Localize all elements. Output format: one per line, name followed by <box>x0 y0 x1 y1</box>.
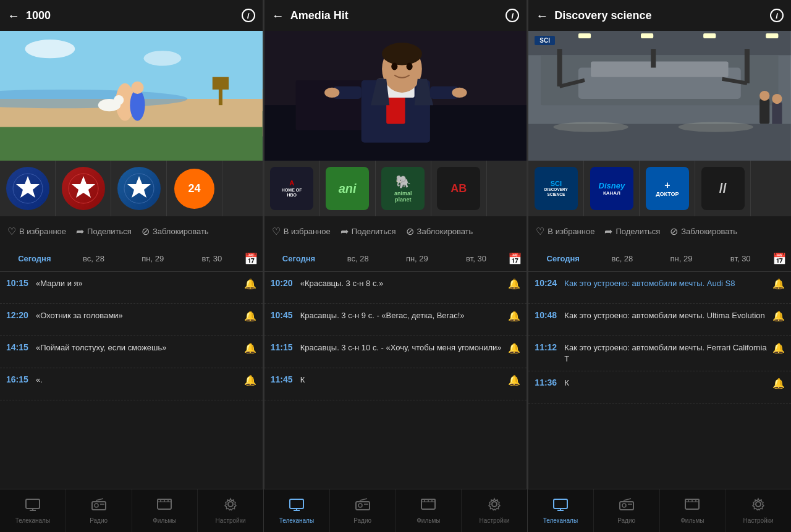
panel1-share-button[interactable]: ➦ Поделиться <box>76 226 132 237</box>
panel1-tab-today[interactable]: Сегодня <box>5 251 64 266</box>
panel3-video-preview[interactable]: SCI <box>528 31 791 161</box>
schedule-bell-button[interactable]: 🔔 <box>508 374 520 386</box>
channel-logo-disney[interactable]: Disney КАНАЛ <box>584 161 640 216</box>
svg-point-61 <box>95 504 98 507</box>
schedule-bell-button[interactable]: 🔔 <box>772 278 785 290</box>
radio-icon <box>91 497 107 515</box>
panel1-tab-mon[interactable]: пн, 29 <box>123 251 182 266</box>
panel3-tab-sun[interactable]: вс, 28 <box>593 251 652 266</box>
panel1-calendar-button[interactable]: 📅 <box>244 252 258 266</box>
schedule-bell-button[interactable]: 🔔 <box>508 310 520 322</box>
svg-point-27 <box>382 43 422 65</box>
panel2-block-label: Заблокировать <box>417 227 473 236</box>
nav-settings-2[interactable]: Настройки <box>462 489 527 532</box>
nav-radio-3[interactable]: Радио <box>594 489 660 532</box>
nav-settings-3[interactable]: Настройки <box>725 489 791 532</box>
nav-radio-label-3: Радио <box>617 517 635 524</box>
share-icon: ➦ <box>604 226 612 237</box>
svg-rect-83 <box>554 499 567 509</box>
schedule-bell-button[interactable]: 🔔 <box>244 310 256 322</box>
svg-rect-7 <box>213 77 229 90</box>
nav-tv-3[interactable]: Телеканалы <box>528 489 594 532</box>
nav-movies-2[interactable]: Фильмы <box>396 489 462 532</box>
panel3-block-button[interactable]: ⊘ Заблокировать <box>670 226 737 237</box>
svg-point-47 <box>759 91 769 101</box>
schedule-bell-button[interactable]: 🔔 <box>244 278 256 290</box>
schedule-bell-button[interactable]: 🔔 <box>772 310 785 322</box>
channel-logo-doctor[interactable]: + ДОКТОР <box>640 161 695 216</box>
panel2-video-preview[interactable]: 12● <box>264 31 527 161</box>
panel3-calendar-button[interactable]: 📅 <box>772 252 786 266</box>
panel-tv1000: ← 1000 i ★TV1000 <box>0 0 263 489</box>
channel-logo-slash[interactable]: // <box>695 161 751 216</box>
panel2-back-button[interactable]: ← <box>272 9 284 23</box>
schedule-bell-button[interactable]: 🔔 <box>508 342 520 354</box>
panel2-tab-mon[interactable]: пн, 29 <box>387 251 447 266</box>
panel1-schedule-tabs: Сегодня вс, 28 пн, 29 вт, 30 📅 <box>0 246 263 272</box>
schedule-time: 11:12 <box>535 342 560 352</box>
channel-logo-viasat-blue2[interactable] <box>111 161 167 216</box>
nav-tv-2[interactable]: Телеканалы <box>264 489 330 532</box>
panel2-tab-today[interactable]: Сегодня <box>269 251 329 266</box>
panel2-calendar-button[interactable]: 📅 <box>508 252 522 266</box>
panel2-favorite-button[interactable]: ♡ В избранное <box>272 226 331 237</box>
panel3-tab-mon[interactable]: пн, 29 <box>652 251 711 266</box>
channel-logo-viasat-blue[interactable] <box>0 161 56 216</box>
panel2-tab-tue[interactable]: вт, 30 <box>447 251 506 266</box>
schedule-bell-button[interactable]: 🔔 <box>772 342 785 354</box>
block-icon: ⊘ <box>406 226 414 237</box>
svg-rect-5 <box>0 127 263 161</box>
heart-icon: ♡ <box>7 226 16 237</box>
nav-section-2: Телеканалы Радио Фильмы Настройки <box>264 489 527 532</box>
panel3-title: Discovery science <box>554 9 770 22</box>
svg-point-49 <box>772 94 782 104</box>
panel2-block-button[interactable]: ⊘ Заблокировать <box>406 226 473 237</box>
nav-radio-1[interactable]: Радио <box>66 489 132 532</box>
channel-logo-24[interactable]: 24 <box>167 161 222 216</box>
panel1-tab-sun[interactable]: вс, 28 <box>64 251 124 266</box>
panel2-share-button[interactable]: ➦ Поделиться <box>341 226 396 237</box>
panel3-tab-tue[interactable]: вт, 30 <box>711 251 770 266</box>
nav-tv-1[interactable]: Телеканалы <box>0 489 66 532</box>
schedule-bell-button[interactable]: 🔔 <box>772 378 785 389</box>
svg-rect-55 <box>703 33 716 38</box>
schedule-bell-button[interactable]: 🔔 <box>244 342 256 354</box>
schedule-item: 10:24 Как это устроено: автомобили мечты… <box>528 272 791 304</box>
panel3-share-button[interactable]: ➦ Поделиться <box>604 226 660 237</box>
bottom-navigation: Телеканалы Радио Фильмы Настройки <box>0 489 791 532</box>
channel-logo-hbo[interactable]: A HOME OFHBO <box>264 161 320 216</box>
nav-radio-label-1: Радио <box>90 517 108 524</box>
nav-radio-2[interactable]: Радио <box>330 489 396 532</box>
panel3-back-button[interactable]: ← <box>536 9 548 23</box>
channel-logo-sci[interactable]: SCI DISCOVERYSCIENCE <box>528 161 584 216</box>
svg-rect-46 <box>759 99 769 124</box>
panel3-tab-today[interactable]: Сегодня <box>533 251 593 266</box>
panel1-favorite-label: В избранное <box>19 227 66 236</box>
nav-movies-1[interactable]: Фильмы <box>132 489 198 532</box>
panel3-info-button[interactable]: i <box>770 9 784 22</box>
channel-logo-viasat-red[interactable] <box>56 161 111 216</box>
schedule-time: 11:36 <box>535 378 560 387</box>
panel1-back-button[interactable]: ← <box>7 9 20 23</box>
panel1-channel-logos: 24 <box>0 161 263 216</box>
panel1-info-button[interactable]: i <box>242 9 255 22</box>
panel1-tab-tue[interactable]: вт, 30 <box>182 251 242 266</box>
nav-movies-3[interactable]: Фильмы <box>660 489 726 532</box>
panel2-tab-sun[interactable]: вс, 28 <box>328 251 387 266</box>
panel-amedia-hit: ← Amedia Hit i 12● <box>264 0 528 489</box>
nav-settings-1[interactable]: Настройки <box>198 489 263 532</box>
channel-logo-ani[interactable]: ani <box>320 161 376 216</box>
schedule-time: 14:15 <box>6 342 32 352</box>
panel3-favorite-button[interactable]: ♡ В избранное <box>536 226 594 237</box>
panel1-block-button[interactable]: ⊘ Заблокировать <box>142 226 209 237</box>
panel1-video-preview[interactable]: ★TV1000 <box>0 31 263 161</box>
schedule-bell-button[interactable]: 🔔 <box>508 278 520 290</box>
channel-logo-animal-planet[interactable]: 🐘 animalplanet <box>376 161 431 216</box>
movies-icon <box>420 497 436 515</box>
nav-radio-label-2: Радио <box>353 517 371 524</box>
channel-logo-ab[interactable]: АВ <box>431 161 487 216</box>
panel1-favorite-button[interactable]: ♡ В избранное <box>7 226 66 237</box>
panel2-info-button[interactable]: i <box>505 9 519 22</box>
schedule-bell-button[interactable]: 🔔 <box>244 374 256 386</box>
nav-movies-label-3: Фильмы <box>680 517 704 524</box>
